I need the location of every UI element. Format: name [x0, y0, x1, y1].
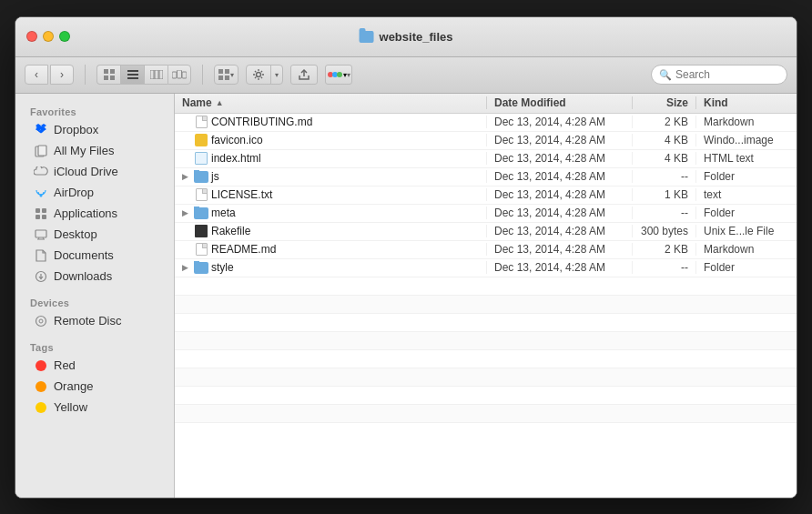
- action-button[interactable]: ▾: [246, 65, 283, 85]
- sidebar-item-applications[interactable]: Applications: [19, 204, 170, 224]
- downloads-icon: [34, 269, 48, 284]
- sidebar-item-dropbox-label: Dropbox: [54, 123, 98, 136]
- maximize-button[interactable]: [59, 31, 70, 42]
- search-input[interactable]: [675, 68, 779, 81]
- sidebar-item-tag-yellow[interactable]: Yellow: [19, 398, 170, 418]
- table-row[interactable]: LICENSE.txt Dec 13, 2014, 4:28 AM 1 KB t…: [175, 186, 797, 205]
- sidebar-item-downloads[interactable]: Downloads: [19, 267, 170, 287]
- file-size-cell: 300 bytes: [633, 225, 696, 237]
- expand-arrow[interactable]: ▶: [182, 172, 191, 181]
- file-date-cell: Dec 13, 2014, 4:28 AM: [487, 134, 633, 146]
- file-size-cell: 4 KB: [633, 134, 696, 146]
- svg-rect-12: [182, 72, 187, 78]
- file-date-cell: Dec 13, 2014, 4:28 AM: [487, 188, 633, 201]
- svg-rect-8: [155, 70, 158, 79]
- close-button[interactable]: [26, 31, 37, 42]
- svg-rect-15: [218, 76, 223, 80]
- column-date[interactable]: Date Modified: [487, 96, 633, 109]
- svg-rect-10: [172, 72, 177, 78]
- svg-point-38: [36, 316, 46, 326]
- expand-arrow[interactable]: ▶: [182, 263, 191, 272]
- svg-point-39: [39, 319, 43, 323]
- svg-rect-16: [225, 76, 229, 80]
- file-icon: [195, 207, 208, 219]
- table-row[interactable]: ▶ meta Dec 13, 2014, 4:28 AM -- Folder: [175, 205, 797, 223]
- action-arrow: ▾: [271, 66, 282, 84]
- table-row[interactable]: ▶ style Dec 13, 2014, 4:28 AM -- Folder: [175, 259, 797, 277]
- separator-1: [85, 65, 86, 85]
- file-icon: [195, 243, 208, 256]
- empty-row: [175, 332, 797, 350]
- svg-rect-33: [36, 230, 46, 237]
- column-name[interactable]: Name ▲: [175, 96, 487, 109]
- sidebar-item-tag-orange[interactable]: Orange: [19, 377, 170, 397]
- column-kind[interactable]: Kind: [696, 96, 797, 109]
- file-name-cell: ▶ js: [175, 170, 487, 183]
- table-row[interactable]: README.md Dec 13, 2014, 4:28 AM 2 KB Mar…: [175, 241, 797, 259]
- file-size-cell: --: [633, 170, 696, 183]
- svg-rect-13: [218, 69, 223, 74]
- empty-row: [175, 387, 797, 405]
- file-list: Name ▲ Date Modified Size Kind CONTRIBUT…: [175, 94, 797, 498]
- sidebar-item-airdrop[interactable]: AirDrop: [19, 183, 170, 203]
- traffic-lights: [26, 31, 70, 42]
- svg-rect-27: [38, 146, 46, 156]
- search-icon: 🔍: [659, 69, 672, 81]
- svg-rect-4: [127, 70, 138, 72]
- files-icon: [34, 144, 48, 158]
- file-name-cell: README.md: [175, 243, 487, 256]
- list-view-button[interactable]: [120, 65, 144, 85]
- tag-yellow-icon: [34, 400, 48, 415]
- file-size-cell: --: [633, 261, 696, 274]
- table-row[interactable]: favicon.ico Dec 13, 2014, 4:28 AM 4 KB W…: [175, 132, 797, 150]
- sidebar-item-tag-red[interactable]: Red: [19, 356, 170, 376]
- file-name-cell: index.html: [175, 152, 487, 165]
- search-box[interactable]: 🔍: [651, 65, 787, 85]
- file-kind-cell: text: [696, 188, 797, 201]
- sidebar-item-icloud[interactable]: iCloud Drive: [19, 162, 170, 182]
- icon-view-button[interactable]: [96, 65, 120, 85]
- arrange-button[interactable]: ▾: [214, 65, 239, 85]
- file-icon: [195, 188, 208, 201]
- separator-2: [202, 65, 203, 85]
- sidebar-item-all-my-files[interactable]: All My Files: [19, 141, 170, 161]
- minimize-button[interactable]: [43, 31, 54, 42]
- sidebar-item-disc-label: Remote Disc: [54, 314, 121, 328]
- html-icon: [195, 152, 208, 165]
- column-size[interactable]: Size: [633, 96, 696, 109]
- sidebar-item-applications-label: Applications: [54, 207, 117, 220]
- file-list-header: Name ▲ Date Modified Size Kind: [175, 94, 797, 114]
- back-button[interactable]: ‹: [25, 65, 48, 85]
- svg-rect-11: [178, 70, 182, 78]
- docs-icon: [34, 248, 48, 263]
- file-name: js: [211, 170, 219, 183]
- file-kind-cell: Folder: [696, 261, 797, 274]
- devices-label: Devices: [15, 292, 174, 310]
- apps-icon: [34, 207, 48, 221]
- main-content: Favorites Dropbox: [15, 94, 797, 498]
- file-name: index.html: [211, 152, 261, 165]
- tag-button[interactable]: ▾ ▾: [325, 65, 352, 85]
- column-view-button[interactable]: [144, 65, 167, 85]
- folder-icon: [194, 207, 208, 219]
- empty-row: [175, 296, 797, 314]
- sidebar-item-dropbox[interactable]: Dropbox: [19, 120, 170, 140]
- file-icon: [195, 152, 208, 165]
- sidebar-item-desktop[interactable]: Desktop: [19, 225, 170, 245]
- file-icon: [195, 225, 208, 237]
- share-button[interactable]: [290, 65, 318, 85]
- forward-button[interactable]: ›: [50, 65, 74, 85]
- expand-arrow[interactable]: ▶: [182, 208, 191, 217]
- coverflow-view-button[interactable]: [167, 65, 191, 85]
- file-name-cell: LICENSE.txt: [175, 188, 487, 201]
- sidebar-item-documents[interactable]: Documents: [19, 246, 170, 266]
- sidebar-item-remote-disc[interactable]: Remote Disc: [19, 311, 170, 331]
- sidebar-tag-yellow-label: Yellow: [54, 400, 87, 414]
- sidebar: Favorites Dropbox: [15, 94, 175, 498]
- table-row[interactable]: index.html Dec 13, 2014, 4:28 AM 4 KB HT…: [175, 150, 797, 168]
- table-row[interactable]: Rakefile Dec 13, 2014, 4:28 AM 300 bytes…: [175, 223, 797, 241]
- table-row[interactable]: ▶ js Dec 13, 2014, 4:28 AM -- Folder: [175, 168, 797, 186]
- window-title: website_files: [360, 30, 453, 44]
- table-row[interactable]: CONTRIBUTING.md Dec 13, 2014, 4:28 AM 2 …: [175, 114, 797, 132]
- file-date-cell: Dec 13, 2014, 4:28 AM: [487, 170, 633, 183]
